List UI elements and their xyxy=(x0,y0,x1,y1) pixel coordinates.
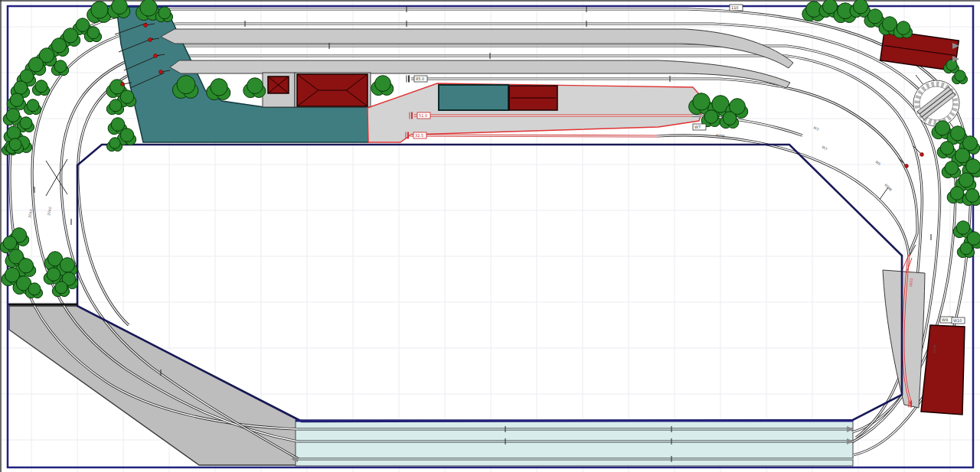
track-label-text: 32.5 xyxy=(415,133,423,138)
tree xyxy=(87,2,111,23)
part-number-label: 2200 xyxy=(933,344,937,353)
part-number-label: W5 xyxy=(874,160,881,167)
part-number-label: W2 xyxy=(813,125,820,131)
hidden-ramp-band[interactable] xyxy=(9,306,321,465)
tree xyxy=(24,99,41,115)
part-number-label: W3 xyxy=(822,145,828,151)
signal-icon[interactable] xyxy=(144,24,148,28)
part-number-label: 2611 xyxy=(909,278,913,287)
signal-icon[interactable] xyxy=(121,83,125,86)
engine-house[interactable] xyxy=(921,325,965,415)
track-segment[interactable] xyxy=(657,135,909,255)
goods-shed-teal[interactable] xyxy=(439,85,508,110)
signal-icon[interactable] xyxy=(159,70,163,74)
track-segment[interactable] xyxy=(879,187,888,200)
track-segment[interactable] xyxy=(916,75,924,86)
signal-icon[interactable] xyxy=(149,38,152,42)
signal-icon[interactable] xyxy=(920,153,924,157)
track-label-text: W9 xyxy=(942,317,948,322)
tree xyxy=(962,189,980,206)
tree xyxy=(243,78,266,98)
part-number-label: 2040 xyxy=(28,209,33,218)
signal-icon[interactable] xyxy=(154,54,158,58)
tree xyxy=(108,0,130,18)
track-plan-canvas[interactable]: 85.051.032.5110W9W10W720402040W2W3W56098… xyxy=(0,0,980,472)
track-label-text: 85.0 xyxy=(416,76,424,81)
tree xyxy=(371,76,394,96)
track-label-text: 110 xyxy=(731,5,739,10)
part-number-label: 6098 xyxy=(884,183,893,192)
track-label-text: W7 xyxy=(694,125,701,129)
track-label-text: W10 xyxy=(953,318,962,323)
tree xyxy=(850,0,871,18)
signal-icon[interactable] xyxy=(905,164,909,168)
station-shed-group xyxy=(268,76,289,93)
track-centerline xyxy=(657,135,909,255)
goods-shed-teal-group xyxy=(439,85,508,110)
part-number-label: 2040 xyxy=(47,207,52,216)
station-building-group xyxy=(297,74,368,106)
application-window: 85.051.032.5110W9W10W720402040W2W3W56098… xyxy=(0,0,980,472)
tree xyxy=(207,79,230,100)
goods-shed-red-group xyxy=(509,86,557,110)
track-label-text: 51.0 xyxy=(419,113,427,118)
